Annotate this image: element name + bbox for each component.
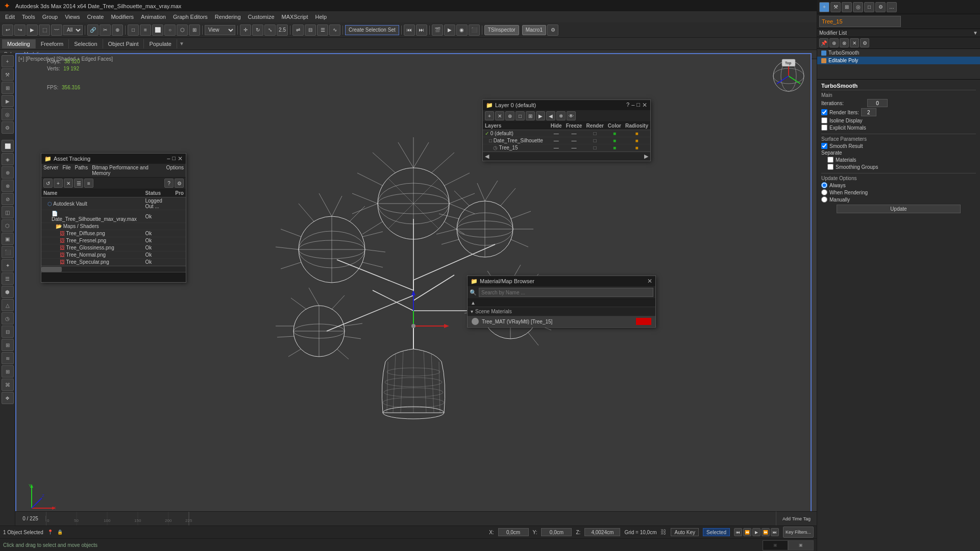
table-row[interactable]: 🖼 Tree_Diffuse.png Ok xyxy=(41,230,186,237)
redo-btn[interactable]: ↪ xyxy=(14,24,26,36)
tab-populate[interactable]: Populate xyxy=(144,39,177,48)
lm-hide-btn[interactable]: 👁 xyxy=(567,111,576,120)
configure-modifier-btn[interactable]: ⚙ xyxy=(860,38,869,47)
selection-filter[interactable]: All xyxy=(63,25,83,35)
modifier-turbosmooth[interactable]: TurboSmooth xyxy=(817,49,980,57)
lm-prev-btn[interactable]: ◀ xyxy=(485,153,489,160)
menu-modifiers[interactable]: Modifiers xyxy=(108,13,137,21)
tool15-icon[interactable]: ⊟ xyxy=(2,325,14,338)
menu-graph-editors[interactable]: Graph Editors xyxy=(170,13,211,21)
update-btn[interactable]: Update xyxy=(837,205,960,213)
render-iters-input[interactable] xyxy=(861,108,876,116)
table-row[interactable]: ◷ Tree_15 — — □ ■ ■ xyxy=(483,144,650,152)
align-btn[interactable]: ⊟ xyxy=(305,24,316,36)
at-add-btn[interactable]: + xyxy=(54,179,63,188)
asset-tracking-titlebar[interactable]: 📁 Asset Tracking – □ ✕ xyxy=(41,154,186,164)
lm-new-layer-btn[interactable]: + xyxy=(485,111,494,120)
at-delete-btn[interactable]: ✕ xyxy=(64,179,73,188)
fence-select-btn[interactable]: ⬡ xyxy=(177,24,188,36)
link-btn[interactable]: 🔗 xyxy=(87,24,99,36)
modifier-list-dropdown[interactable]: ▼ xyxy=(973,30,978,36)
tool18-icon[interactable]: ⊞ xyxy=(2,365,14,378)
at-help-btn[interactable]: ? xyxy=(164,179,174,188)
macro1-btn[interactable]: Macro1 xyxy=(522,25,546,35)
material-item[interactable]: Tree_MAT (VRayMtl) [Tree_15] xyxy=(468,316,655,327)
show-end-result-btn[interactable]: ⊕ xyxy=(829,38,839,47)
lm-col-radiosity[interactable]: Radiosity xyxy=(623,122,650,130)
tool14-icon[interactable]: ◷ xyxy=(2,312,14,324)
table-row[interactable]: 🖼 Tree_Normal.png Ok xyxy=(41,252,186,259)
undo-btn[interactable]: ↩ xyxy=(2,24,13,36)
at-bitmap-perf[interactable]: Bitmap Performance and Memory xyxy=(92,165,162,176)
tool10-icon[interactable]: ✦ xyxy=(2,259,14,271)
at-paths[interactable]: Paths xyxy=(75,165,88,176)
lm-add-selection-btn[interactable]: ⊕ xyxy=(505,111,514,120)
tool12-icon[interactable]: ⬢ xyxy=(2,286,14,298)
lm-col-render[interactable]: Render xyxy=(584,122,605,130)
table-row[interactable]: 📄 Date_Tree_Silhouette_max_vray.max Ok xyxy=(41,210,186,223)
lm-expand-btn[interactable]: ▶ xyxy=(536,111,545,120)
lm-minimize-btn[interactable]: – xyxy=(631,102,634,109)
rect-select-btn[interactable]: ⬜ xyxy=(152,24,163,36)
select-btn[interactable]: ▶ xyxy=(27,24,38,36)
at-close-btn[interactable]: ✕ xyxy=(178,155,183,162)
tool20-icon[interactable]: ❖ xyxy=(2,392,14,404)
create-selection-set-btn[interactable]: Create Selection Set xyxy=(345,25,399,35)
modify-icon[interactable]: ⚒ xyxy=(2,68,14,81)
tab-selection[interactable]: Selection xyxy=(69,39,103,48)
layer-btn[interactable]: ☰ xyxy=(317,24,328,36)
render-btn[interactable]: ▶ xyxy=(444,24,455,36)
lm-collapse-btn[interactable]: ◀ xyxy=(546,111,555,120)
create-tab[interactable]: + xyxy=(819,2,829,12)
tool6-icon[interactable]: ◫ xyxy=(2,206,14,218)
utility-tab[interactable]: ⚙ xyxy=(875,2,886,12)
crossing-btn[interactable]: ⊞ xyxy=(189,24,200,36)
go-end-btn[interactable]: ⏭ xyxy=(771,528,779,536)
rotate-btn[interactable]: ↻ xyxy=(252,24,263,36)
lm-freeze-btn[interactable]: ❄ xyxy=(556,111,566,120)
tab-object-paint[interactable]: Object Paint xyxy=(103,39,144,48)
tool19-icon[interactable]: ⌘ xyxy=(2,379,14,391)
lm-select-objects-btn[interactable]: ⊞ xyxy=(526,111,535,120)
timeline-ruler[interactable]: 0 50 100 150 200 225 xyxy=(46,512,801,525)
menu-group[interactable]: Group xyxy=(39,13,61,21)
smooth-result-check[interactable] xyxy=(821,143,827,149)
remove-modifier-btn[interactable]: ✕ xyxy=(850,38,859,47)
tool4-icon[interactable]: ⊗ xyxy=(2,180,14,192)
lasso-btn[interactable]: 〰 xyxy=(51,24,62,36)
modify-tab[interactable]: ⚒ xyxy=(830,2,841,12)
lm-select-btn[interactable]: □ xyxy=(516,111,525,120)
curve-btn[interactable]: ∿ xyxy=(329,24,340,36)
smoothing-groups-check[interactable] xyxy=(827,164,834,170)
next-frame-btn[interactable]: ⏩ xyxy=(762,528,770,536)
prev-frame-btn[interactable]: ⏪ xyxy=(743,528,751,536)
display-tab[interactable]: □ xyxy=(864,2,874,12)
menu-animation[interactable]: Animation xyxy=(138,13,169,21)
tool1-icon[interactable]: ⬜ xyxy=(2,140,14,152)
pin-stack-btn[interactable]: 📌 xyxy=(819,38,828,47)
always-radio[interactable] xyxy=(821,182,827,188)
active-shade-btn[interactable]: ◉ xyxy=(456,24,468,36)
lm-close-btn[interactable]: ✕ xyxy=(642,102,647,109)
motion-tab[interactable]: ◎ xyxy=(853,2,863,12)
materials-check[interactable] xyxy=(827,157,834,163)
selected-display[interactable]: Selected xyxy=(703,528,730,536)
key-filters-btn[interactable]: Key Filters... xyxy=(783,527,814,538)
select-object-btn[interactable]: □ xyxy=(128,24,139,36)
menu-maxscript[interactable]: MAXScript xyxy=(279,13,311,21)
tab-freeform[interactable]: Freeform xyxy=(36,39,69,48)
tool16-icon[interactable]: ⊞ xyxy=(2,339,14,351)
menu-rendering[interactable]: Rendering xyxy=(212,13,244,21)
tab-modeling[interactable]: Modeling xyxy=(2,39,36,48)
extra-btn[interactable]: ⚙ xyxy=(547,24,558,36)
timeline[interactable]: 0 / 225 0 50 100 150 200 225 ▶ xyxy=(15,511,817,525)
x-coord-input[interactable] xyxy=(498,528,529,536)
when-rendering-radio[interactable] xyxy=(821,189,827,195)
mirror-btn[interactable]: ⇌ xyxy=(292,24,304,36)
lm-col-freeze[interactable]: Freeze xyxy=(564,122,584,130)
tool5-icon[interactable]: ⊘ xyxy=(2,193,14,205)
hierarchy-icon[interactable]: ⊞ xyxy=(2,82,14,94)
at-scrollbar[interactable] xyxy=(41,266,186,272)
manually-radio[interactable] xyxy=(821,196,827,203)
lm-maximize-btn[interactable]: □ xyxy=(636,102,640,109)
